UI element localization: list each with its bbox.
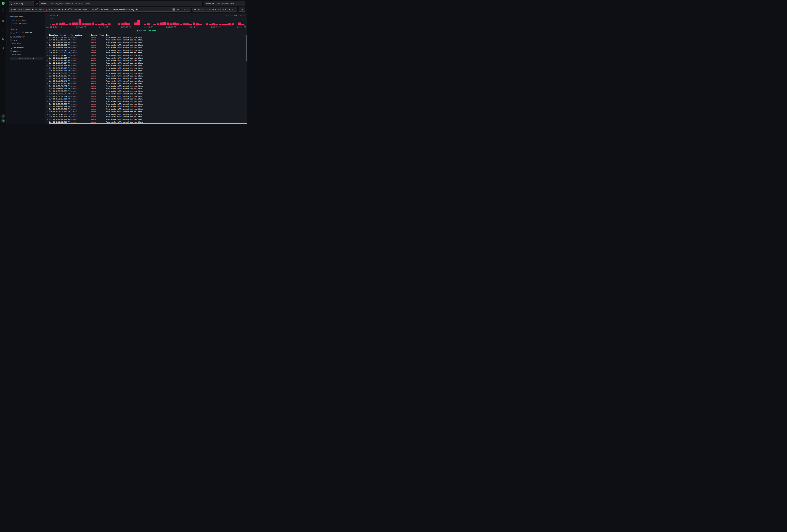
row-expand-chevron-icon[interactable]: ›	[46, 37, 49, 38]
histogram-bar[interactable]	[193, 22, 195, 25]
log-row[interactable]: ›Jun 11 1:51:57.712 PMpaymenterrorVisa c…	[46, 110, 247, 113]
row-expand-chevron-icon[interactable]: ›	[46, 57, 49, 59]
log-row[interactable]: ›Jun 11 1:52:35.232 PMpaymenterrorVisa c…	[46, 98, 247, 100]
histogram-bar[interactable]	[147, 23, 150, 25]
histogram-bar[interactable]	[59, 23, 62, 25]
histogram-bar[interactable]	[124, 22, 127, 25]
histogram-bar[interactable]	[228, 23, 231, 25]
row-expand-chevron-icon[interactable]: ›	[46, 103, 49, 105]
column-resize-handle[interactable]	[89, 34, 90, 36]
select-query-input[interactable]: SELECT Timestamp, ServiceName, SeverityT…	[39, 1, 202, 6]
load-more-servicename[interactable]: Load more	[10, 54, 21, 56]
log-row[interactable]: ›Jun 11 1:54:40.218 PMpaymenterrorVisa c…	[46, 69, 247, 72]
dashboards-grid-icon[interactable]	[2, 47, 4, 49]
col-body[interactable]: Body	[106, 34, 247, 36]
histogram-bar[interactable]	[134, 22, 136, 25]
histogram-bar[interactable]	[92, 22, 94, 25]
log-row[interactable]: ›Jun 11 1:53:41.873 PMpaymenterrorVisa c…	[46, 80, 247, 82]
histogram-bar[interactable]	[189, 24, 192, 25]
log-row[interactable]: ›Jun 11 1:55:16.296 PMpaymenterrorVisa c…	[46, 59, 247, 62]
log-row[interactable]: ›Jun 11 1:53:26.250 PMpaymenterrorVisa c…	[46, 82, 247, 85]
histogram-bar[interactable]	[179, 24, 182, 25]
histogram-bar[interactable]	[222, 24, 225, 25]
row-expand-chevron-icon[interactable]: ›	[46, 95, 49, 97]
row-expand-chevron-icon[interactable]: ›	[46, 85, 49, 87]
row-expand-chevron-icon[interactable]: ›	[46, 65, 49, 66]
histogram-bar[interactable]	[212, 23, 215, 25]
histogram-bar[interactable]	[219, 24, 221, 25]
log-row[interactable]: ›Jun 11 1:54:09.906 PMpaymenterrorVisa c…	[46, 75, 247, 77]
histogram-bar[interactable]	[153, 24, 156, 25]
checkout-checkbox[interactable]	[10, 50, 12, 52]
log-row[interactable]: ›Jun 11 1:52:51.824 PMpaymenterrorVisa c…	[46, 95, 247, 98]
row-expand-chevron-icon[interactable]: ›	[46, 42, 49, 43]
row-expand-chevron-icon[interactable]: ›	[46, 98, 49, 100]
histogram-bar[interactable]	[72, 22, 75, 25]
histogram-bar[interactable]	[127, 23, 130, 25]
log-row[interactable]: ›Jun 11 1:52:19.473 PMpaymenterrorVisa c…	[46, 105, 247, 108]
filter-option-info[interactable]: info	[10, 39, 43, 41]
info-checkbox[interactable]	[10, 40, 12, 41]
log-row[interactable]: ›Jun 11 1:56:03.248 PMpaymenterrorVisa c…	[46, 49, 247, 51]
row-expand-chevron-icon[interactable]: ›	[46, 47, 49, 48]
hyperdx-logo-icon[interactable]	[2, 2, 5, 5]
row-expand-chevron-icon[interactable]: ›	[46, 39, 49, 41]
journal-logs-icon[interactable]	[2, 20, 4, 22]
histogram-bar[interactable]	[196, 23, 198, 25]
histogram-bar[interactable]	[199, 24, 202, 25]
log-row[interactable]: ›Jun 11 1:55:59.760 PMpaymenterrorVisa c…	[46, 51, 247, 54]
histogram-bar[interactable]	[170, 23, 172, 25]
histogram-bar[interactable]	[173, 22, 176, 25]
histogram-bar[interactable]	[56, 23, 58, 25]
histogram-bar[interactable]	[167, 22, 169, 25]
histogram-bar[interactable]	[176, 23, 179, 25]
row-expand-chevron-icon[interactable]: ›	[46, 93, 49, 94]
filter-option-checkout[interactable]: checkout	[10, 50, 43, 52]
histogram-bar[interactable]	[232, 23, 234, 25]
histogram-bar[interactable]	[238, 22, 241, 25]
table-options-kebab-icon[interactable]: ⋮	[244, 34, 246, 36]
histogram-bar[interactable]	[69, 23, 71, 25]
histogram-bar[interactable]	[108, 23, 110, 25]
col-servicename[interactable]: ServiceName	[70, 34, 91, 36]
log-row[interactable]: ›Jun 11 1:56:38.534 PMpaymenterrorVisa c…	[46, 41, 247, 44]
row-expand-chevron-icon[interactable]: ›	[46, 44, 49, 46]
histogram-bar[interactable]	[65, 24, 68, 25]
histogram-bar[interactable]	[163, 22, 166, 25]
row-expand-chevron-icon[interactable]: ›	[46, 121, 49, 123]
log-row[interactable]: ›Jun 11 1:56:32.843 PMpaymenterrorVisa c…	[46, 44, 247, 46]
log-row[interactable]: ›Jun 11 1:51:31.415 PMpaymenterrorVisa c…	[46, 121, 247, 123]
resume-live-tail-button[interactable]: Resume Live Tail	[135, 29, 158, 33]
log-row[interactable]: ›Jun 11 1:56:08.948 PMpaymenterrorVisa c…	[46, 46, 247, 49]
run-query-button[interactable]	[239, 7, 245, 12]
row-expand-chevron-icon[interactable]: ›	[46, 90, 49, 92]
order-by-input[interactable]: ORDER BY TimestampTime DESC	[204, 1, 245, 6]
row-expand-chevron-icon[interactable]: ›	[46, 83, 49, 84]
row-expand-chevron-icon[interactable]: ›	[46, 101, 49, 102]
histogram-bar[interactable]	[79, 19, 81, 25]
histogram-bar[interactable]	[206, 23, 208, 25]
histogram-bar[interactable]	[225, 24, 228, 25]
histogram-bar[interactable]	[137, 20, 140, 25]
histogram-bar[interactable]	[82, 23, 84, 25]
more-filters-button[interactable]: More filters	[10, 57, 43, 60]
histogram-bar[interactable]	[160, 22, 163, 25]
log-row[interactable]: ›Jun 11 1:53:24.274 PMpaymenterrorVisa c…	[46, 85, 247, 87]
log-row[interactable]: ›Jun 11 1:55:39.324 PMpaymenterrorVisa c…	[46, 57, 247, 59]
user-avatar[interactable]: U	[1, 119, 5, 123]
denoise-checkbox[interactable]	[10, 32, 12, 34]
log-row[interactable]: ›Jun 11 1:52:02.581 PMpaymenterrorVisa c…	[46, 108, 247, 110]
load-more-severitytext[interactable]: Load more	[10, 43, 21, 45]
row-expand-chevron-icon[interactable]: ›	[46, 113, 49, 115]
row-expand-chevron-icon[interactable]: ›	[46, 60, 49, 61]
search-panel-icon[interactable]	[2, 9, 4, 12]
histogram-bar[interactable]	[183, 23, 186, 25]
log-row[interactable]: ›Jun 11 1:52:25.630 PMpaymenterrorVisa c…	[46, 103, 247, 105]
log-row[interactable]: ›Jun 11 1:54:06.953 PMpaymenterrorVisa c…	[46, 77, 247, 80]
histogram-bar[interactable]	[118, 23, 120, 25]
histogram-bar[interactable]	[98, 24, 101, 25]
histogram-bar[interactable]	[85, 23, 88, 25]
row-expand-chevron-icon[interactable]: ›	[46, 62, 49, 64]
log-row[interactable]: ›Jun 11 1:56:42.995 PMpaymenterrorVisa c…	[46, 39, 247, 41]
histogram-bar[interactable]	[105, 24, 107, 25]
